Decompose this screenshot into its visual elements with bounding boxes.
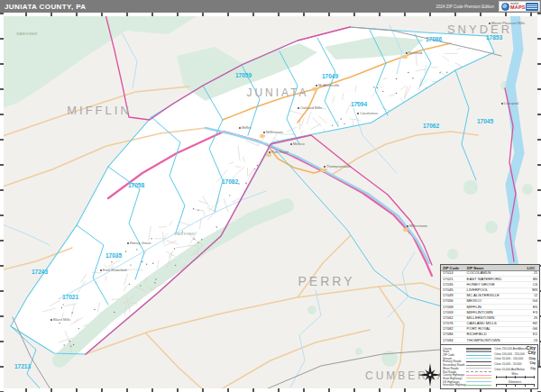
map-legend: CountyStateZIP CodeStreamPrimary RoadsSe…	[440, 344, 538, 389]
town-dot	[316, 85, 317, 87]
town-label: Thompsontown	[326, 164, 351, 169]
town-label: Oakland Mills	[300, 105, 322, 110]
zip-label: 17059	[235, 72, 252, 78]
town-label: Mexico	[293, 141, 305, 146]
town-label: Liverpool	[504, 101, 518, 105]
forest-label: STATE FOREST	[174, 232, 196, 236]
zip-label: 17045	[477, 118, 493, 124]
town-label: East Waterford	[103, 268, 127, 272]
town-dot	[324, 166, 326, 168]
edition-label: 2024 ZIP Code Premium Edition	[436, 5, 499, 9]
county-label: SNYDER	[447, 23, 512, 36]
legend-city-row: Cities 50,000 - 100,000City	[494, 357, 536, 360]
town-dot	[263, 132, 265, 133]
town-label: Cocolamus	[360, 111, 378, 115]
zip-label: 17058	[128, 182, 144, 188]
town-dot	[239, 127, 241, 129]
county-label: MIFFLIN	[67, 104, 132, 117]
town-label: Richfield	[408, 50, 422, 55]
legend-city-row: Cities 100,000 - 250,000City	[494, 352, 536, 356]
zip-label: 17062	[423, 123, 439, 129]
grid-ticks-left	[0, 13, 4, 392]
zip-label: 17035	[105, 252, 122, 259]
town-dot	[100, 269, 102, 271]
map-title: JUNIATA COUNTY, PA	[0, 3, 86, 11]
scale-bar: Miles	[494, 372, 536, 378]
forest-label: STATE FOREST	[16, 32, 38, 36]
town-label: McAlisterville	[318, 83, 340, 87]
globe-icon	[501, 3, 509, 11]
scale-bar: Kilometers	[494, 380, 536, 387]
marketmaps-logo: market MAPS	[499, 1, 540, 12]
town-dot	[127, 242, 129, 244]
logo-web-chip	[526, 3, 538, 11]
zip-label: 17213	[14, 363, 31, 369]
zip-label: 17049	[322, 73, 338, 79]
zip-label: 17021	[62, 294, 78, 300]
town-dot	[50, 319, 52, 321]
town-label: Honey Grove	[130, 241, 151, 245]
zip-label: 17094	[351, 101, 367, 107]
zip-label: 17082	[222, 178, 238, 185]
map-sheet: JUNIATA COUNTY, PA 2024 ZIP Code Premium…	[0, 0, 541, 392]
town-dot	[290, 143, 292, 145]
town-label: Port Royal	[271, 150, 289, 154]
zip-label: 17243	[32, 269, 48, 275]
town-dot	[269, 151, 270, 153]
town-label: Blairs Mills	[53, 317, 70, 322]
town-dot	[298, 107, 299, 109]
legend-city-row: Cities 250,000 And AboveCity	[494, 347, 536, 351]
town-label: Millerstown	[409, 223, 427, 228]
town-dot	[407, 225, 408, 227]
zip-label: 17086	[426, 36, 442, 42]
grid-ticks-top	[0, 13, 541, 16]
county-label: PERRY	[298, 274, 355, 288]
town-label: Mifflintown	[266, 130, 283, 134]
legend-city-row: Cities 10,000 And BelowCity	[494, 368, 536, 371]
town-dot	[501, 103, 503, 105]
county-label: JUNIATA	[246, 87, 308, 99]
legend-city-row: Cities 10,000 - 50,000City	[494, 362, 536, 366]
legend-line-row: Interstate Highways	[443, 383, 491, 387]
town-label: Mifflin	[242, 125, 251, 130]
title-bar: JUNIATA COUNTY, PA 2024 ZIP Code Premium…	[0, 0, 541, 13]
town-dot	[406, 52, 408, 54]
town-dot	[357, 113, 359, 114]
logo-text-main: MAPS	[510, 5, 526, 11]
